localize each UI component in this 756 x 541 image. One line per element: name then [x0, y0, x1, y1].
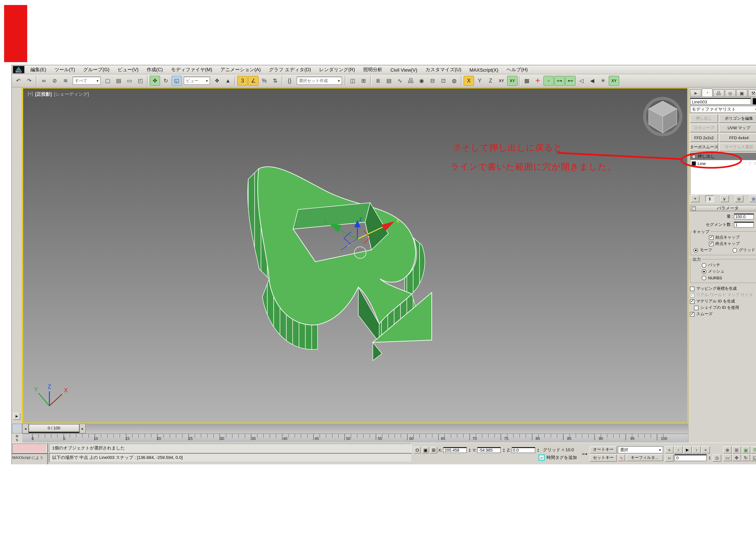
- x-coord-spinner[interactable]: ▲▼: [468, 448, 472, 452]
- select-object-icon[interactable]: ▢: [103, 76, 113, 86]
- key-filters-button[interactable]: キーフィルタ...: [626, 454, 663, 461]
- remove-modifier-icon[interactable]: ⊖: [735, 196, 743, 202]
- checkbox[interactable]: [690, 286, 694, 291]
- stack-item-extrude[interactable]: 押し出し: [690, 153, 756, 160]
- tab-display[interactable]: ▣: [736, 89, 747, 97]
- constraint-z-icon[interactable]: Z: [485, 76, 496, 86]
- material-editor-icon[interactable]: ◉: [416, 76, 427, 86]
- y-coord-spinner[interactable]: ▲▼: [502, 448, 506, 452]
- set-key-button[interactable]: セットキー: [590, 454, 617, 461]
- viewport-scene[interactable]: x y z: [23, 88, 687, 423]
- viewport-menu-shading[interactable]: [シェーディング]: [54, 91, 89, 98]
- y-coord-field[interactable]: -54.985: [477, 447, 501, 453]
- grid-radio[interactable]: グリッド: [733, 247, 755, 254]
- frame-spinner[interactable]: ▲▼: [708, 456, 712, 460]
- constraint-y-icon[interactable]: Y: [474, 76, 485, 86]
- amount-spinner[interactable]: ▲▼: [755, 214, 756, 219]
- configure-modifier-sets-icon[interactable]: ⊞: [749, 196, 756, 202]
- gen-mapping-coords-checkbox[interactable]: マッピング座標を生成: [690, 286, 756, 292]
- snap-xy-icon[interactable]: XY: [609, 76, 619, 86]
- unlink-selection-icon[interactable]: ⊘: [49, 76, 60, 86]
- keyable-selection-dropdown[interactable]: 選択: [618, 446, 663, 453]
- rectangular-selection-icon[interactable]: ▭: [124, 76, 135, 86]
- checkbox[interactable]: [694, 305, 699, 310]
- parameters-rollout-header[interactable]: − パラメータ: [690, 205, 756, 211]
- constraint-x-icon[interactable]: X: [463, 76, 474, 86]
- rendered-frame-icon[interactable]: ⊡: [438, 76, 448, 86]
- nurbs-radio[interactable]: NURBS: [702, 275, 756, 281]
- radio-button[interactable]: [702, 263, 706, 268]
- next-frame-button[interactable]: ›: [692, 446, 701, 453]
- use-shape-id-checkbox[interactable]: シェイプの ID を使用: [690, 305, 756, 311]
- cap-end-checkbox[interactable]: 終点キャップ: [692, 241, 756, 247]
- menu-rendering[interactable]: レンダリング(R): [315, 67, 359, 73]
- morph-radio[interactable]: モーフ: [694, 247, 712, 254]
- menu-tools[interactable]: ツール(T): [50, 67, 79, 73]
- modifier-visibility-icon[interactable]: [692, 155, 696, 159]
- segments-spinner[interactable]: ▲▼: [755, 223, 756, 227]
- gen-material-id-checkbox[interactable]: マテリアル ID を生成: [690, 298, 756, 305]
- select-and-scale-icon[interactable]: ◱: [172, 76, 182, 86]
- zoom-extents-all-icon[interactable]: ⧉: [751, 446, 756, 453]
- selection-filter-dropdown[interactable]: すべて: [73, 77, 101, 85]
- maximize-viewport-icon[interactable]: ◱: [751, 454, 756, 461]
- menu-create[interactable]: 作成(C): [143, 67, 167, 73]
- make-unique-icon[interactable]: ∨: [720, 196, 729, 202]
- edit-named-selection-icon[interactable]: {}: [285, 76, 295, 86]
- segments-field[interactable]: 1: [734, 222, 754, 228]
- checkbox[interactable]: [709, 236, 714, 240]
- bind-to-space-warp-icon[interactable]: ≋: [60, 76, 71, 86]
- radio-button[interactable]: [702, 270, 706, 274]
- radio-button[interactable]: [733, 248, 737, 253]
- current-frame-field[interactable]: 0: [674, 454, 707, 461]
- macro-recorder-line[interactable]: [12, 443, 47, 453]
- checkbox[interactable]: [690, 293, 694, 297]
- key-step-toggle[interactable]: ‹›: [665, 454, 674, 461]
- spinner-snap-icon[interactable]: ⇅: [270, 76, 280, 86]
- align-icon[interactable]: ⊞: [359, 76, 369, 86]
- checkbox[interactable]: [709, 242, 714, 246]
- layer-manager-icon[interactable]: ≣: [373, 76, 383, 86]
- mini-curve-icon[interactable]: ⊠: [16, 434, 18, 438]
- grid-snap-icon[interactable]: ▦: [522, 76, 532, 86]
- mesh-radio[interactable]: メッシュ: [702, 269, 756, 275]
- menu-help[interactable]: ヘルプ(H): [502, 67, 532, 73]
- tab-hierarchy[interactable]: 品: [713, 89, 724, 97]
- key-mode-icon[interactable]: ∿: [618, 454, 625, 461]
- app-logo[interactable]: MXD: [13, 66, 25, 74]
- ffd4-button[interactable]: FFD 4x4x4: [719, 133, 756, 142]
- orbit-icon[interactable]: ↻: [741, 454, 750, 461]
- checkbox[interactable]: [690, 299, 694, 304]
- menu-animation[interactable]: アニメーション(A): [216, 67, 265, 73]
- curve-editor-icon[interactable]: ∿: [394, 76, 405, 86]
- use-pivot-point-icon[interactable]: ❖: [212, 76, 222, 86]
- zoom-icon[interactable]: ⊕: [723, 446, 732, 453]
- object-color-swatch[interactable]: [753, 98, 756, 105]
- next-frame-arrow[interactable]: ▸: [79, 423, 86, 433]
- graphite-ribbon-icon[interactable]: ▤: [384, 76, 394, 86]
- menu-group[interactable]: グループ(G): [79, 67, 114, 73]
- zoom-region-icon[interactable]: ▭: [723, 454, 732, 461]
- isolate-toggle-icon[interactable]: ʘ: [414, 447, 421, 453]
- real-world-map-checkbox[interactable]: リアル-ワールド マップ サイズ: [690, 292, 756, 298]
- render-setup-icon[interactable]: ⊟: [427, 76, 438, 86]
- vertex-snap-icon[interactable]: ▫: [543, 76, 554, 86]
- render-production-icon[interactable]: ◍: [449, 76, 459, 86]
- endpoint-snap-icon[interactable]: ⊶: [554, 76, 565, 86]
- face-snap-icon[interactable]: ◀: [587, 76, 597, 86]
- tab-modify[interactable]: ◔: [702, 88, 713, 97]
- named-selection-dropdown[interactable]: 選択セット作成: [297, 77, 342, 85]
- viewport-menu-pov[interactable]: [正投影]: [35, 91, 52, 98]
- amount-field[interactable]: 100.0: [734, 214, 754, 220]
- menu-views[interactable]: ビュー(V): [114, 67, 143, 73]
- pan-icon[interactable]: ✥: [732, 454, 741, 461]
- ffd2-button[interactable]: FFD 2x2x2: [690, 133, 718, 142]
- menu-graph-editors[interactable]: グラフ エディタ(D): [265, 67, 315, 73]
- z-coord-spinner[interactable]: ▲▼: [536, 448, 540, 452]
- select-and-manipulate-icon[interactable]: ▲: [223, 76, 233, 86]
- percent-snap-icon[interactable]: %: [259, 76, 270, 86]
- tab-motion[interactable]: ◎: [725, 89, 736, 97]
- freeze-snap-icon[interactable]: ✳: [598, 76, 608, 86]
- redo-icon[interactable]: ↷: [24, 76, 34, 86]
- isolate-selection-icon[interactable]: ▱: [538, 454, 545, 461]
